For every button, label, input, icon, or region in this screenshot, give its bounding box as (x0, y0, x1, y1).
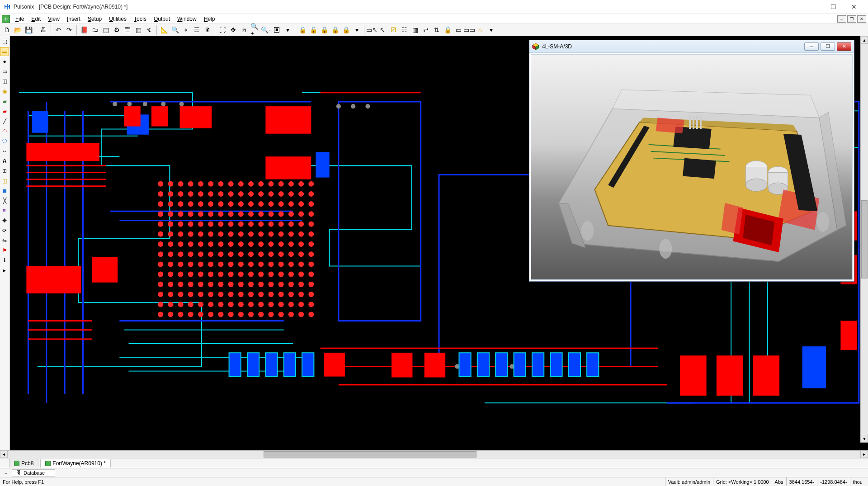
menu-edit[interactable]: Edit (28, 15, 44, 23)
lock-grey-icon[interactable]: 🔒 (341, 25, 351, 35)
lock-blue-icon[interactable]: 🔒 (319, 25, 329, 35)
track-tool-icon[interactable]: ▬ (0, 47, 9, 56)
close-button[interactable]: ✕ (844, 0, 864, 14)
save-icon[interactable]: 💾 (24, 25, 33, 35)
align-icon[interactable]: ▭ (453, 25, 463, 35)
goto-icon[interactable]: ⌖ (181, 25, 191, 35)
minimize-button[interactable]: ─ (802, 0, 823, 14)
attr-tool-icon[interactable]: ≣ (0, 186, 9, 195)
3d-view-window[interactable]: 4L-SM-A/3D ─ ☐ ✕ (529, 40, 854, 282)
scroll-left-icon[interactable]: ◄ (0, 451, 8, 458)
rotate-tool-icon[interactable]: ⟳ (0, 226, 9, 235)
zoom-in-icon[interactable]: 🔍+ (250, 25, 260, 35)
3d-viewport[interactable] (531, 54, 853, 280)
bus-tool-icon[interactable]: ≋ (0, 206, 9, 215)
lock-orange-icon[interactable]: 🔒 (330, 25, 340, 35)
undo-icon[interactable]: ↶ (53, 25, 63, 35)
vscroll-thumb[interactable] (861, 200, 868, 278)
library-icon[interactable]: 📕 (79, 25, 89, 35)
pan-icon[interactable]: ✥ (228, 25, 238, 35)
menu-setup[interactable]: Setup (84, 15, 105, 23)
arc-tool-icon[interactable]: ◠ (0, 127, 9, 136)
select-icon[interactable]: ▭↖ (367, 25, 377, 35)
home-icon[interactable]: ⌂ (475, 25, 485, 35)
menu-help[interactable]: Help (200, 15, 219, 23)
design-settings-icon[interactable]: 🗔 (123, 25, 132, 35)
copper-tool-icon[interactable]: ▰ (0, 97, 9, 106)
menu-output[interactable]: Output (150, 15, 174, 23)
scroll-up-icon[interactable]: ▲ (861, 36, 868, 44)
zoom-extents-icon[interactable]: 🞕 (272, 25, 282, 35)
cross-probe-icon[interactable]: ↯ (144, 25, 154, 35)
shape-tool-icon[interactable]: ▭ (0, 67, 9, 76)
find-icon[interactable]: 🔍 (170, 25, 180, 35)
dim-tool-icon[interactable]: ↔ (0, 146, 9, 156)
print-icon[interactable]: 🖶 (38, 25, 48, 35)
mark-tool-icon[interactable]: ⚑ (0, 246, 9, 255)
swap-icon[interactable]: ⇅ (432, 25, 442, 35)
scroll-right-icon[interactable]: ► (860, 451, 868, 458)
autoplace-icon[interactable]: ▥ (410, 25, 420, 35)
mirror-tool-icon[interactable]: ⇋ (0, 236, 9, 245)
via-tool-icon[interactable]: ● (0, 57, 9, 66)
distribute-icon[interactable]: ▭▭ (464, 25, 474, 35)
line-tool-icon[interactable]: ╱ (0, 117, 9, 126)
group-tool-icon[interactable]: ◫ (0, 176, 9, 185)
frame-view-icon[interactable]: ⛶ (217, 25, 227, 35)
measure-icon[interactable]: 📐 (159, 25, 169, 35)
3d-maximize-button[interactable]: ☐ (821, 42, 835, 51)
tab-fortwayne[interactable]: FortWayne(AR0910) * (40, 459, 111, 467)
hscroll-thumb[interactable] (264, 451, 477, 458)
3d-close-button[interactable]: ✕ (837, 42, 851, 51)
text-tool-icon[interactable]: ◫ (0, 77, 9, 86)
lock-green-icon[interactable]: 🔒 (308, 25, 318, 35)
properties-icon[interactable]: ☰ (192, 25, 202, 35)
mdi-close-button[interactable]: ✕ (857, 15, 866, 23)
menu-file[interactable]: File (12, 15, 28, 23)
technology-icon[interactable]: ⚙ (112, 25, 122, 35)
sel-tool-icon[interactable]: ▢ (0, 37, 9, 46)
tab-pcb8[interactable]: Pcb8 (9, 459, 38, 467)
info-tool-icon[interactable]: ℹ (0, 256, 9, 265)
pointer-icon[interactable]: ↖ (377, 25, 387, 35)
db-chevron-icon[interactable]: ⌄ (4, 470, 9, 476)
lock-comp-icon[interactable]: 🔒 (443, 25, 453, 35)
new-icon[interactable]: 🗋 (2, 25, 12, 35)
nets-icon[interactable]: ☷ (399, 25, 409, 35)
pad-tool-icon[interactable]: ◉ (0, 87, 9, 96)
lock-yellow-icon[interactable]: 🔒 (297, 25, 307, 35)
autoroute-icon[interactable]: ⇄ (421, 25, 431, 35)
drc-icon[interactable]: ▦ (133, 25, 143, 35)
horizontal-scrollbar[interactable]: ◄ ► (0, 450, 868, 458)
toolbar-dropdown3-icon[interactable]: ▾ (486, 25, 496, 35)
textA-tool-icon[interactable]: A (0, 156, 9, 165)
menu-view[interactable]: View (44, 15, 63, 23)
3d-window-titlebar[interactable]: 4L-SM-A/3D ─ ☐ ✕ (529, 40, 854, 53)
area-tool-icon[interactable]: ▰ (0, 107, 9, 116)
poly-tool-icon[interactable]: ⬠ (0, 137, 9, 146)
menu-utilities[interactable]: Utilities (105, 15, 130, 23)
symbol-tool-icon[interactable]: ⊞ (0, 166, 9, 175)
zoom-area-icon[interactable]: ⧈ (239, 25, 249, 35)
component-icon[interactable]: ⚂ (388, 25, 398, 35)
menu-insert[interactable]: Insert (63, 15, 84, 23)
menu-window[interactable]: Window (174, 15, 200, 23)
toolbar-dropdown2-icon[interactable]: ▾ (352, 25, 362, 35)
expand-tool-icon[interactable]: ▸ (0, 266, 9, 275)
mdi-control-icon[interactable] (2, 15, 10, 23)
layers-icon[interactable]: ▤ (101, 25, 111, 35)
design-area[interactable]: 4L-SM-A/3D ─ ☐ ✕ (10, 36, 868, 450)
vertical-scrollbar[interactable]: ▲ ▼ (860, 36, 868, 443)
menu-tools[interactable]: Tools (130, 15, 150, 23)
mdi-minimize-button[interactable]: ─ (837, 15, 846, 23)
colours-icon[interactable]: 🗂 (90, 25, 100, 35)
report-icon[interactable]: 🗎 (203, 25, 212, 35)
move-tool-icon[interactable]: ✥ (0, 216, 9, 225)
database-button[interactable]: 🗄 Database (12, 469, 55, 477)
redo-icon[interactable]: ↷ (64, 25, 74, 35)
net-tool-icon[interactable]: ╳ (0, 196, 9, 205)
3d-minimize-button[interactable]: ─ (804, 42, 819, 51)
maximize-button[interactable]: ☐ (823, 0, 844, 14)
zoom-out-icon[interactable]: 🔍- (261, 25, 271, 35)
scroll-down-icon[interactable]: ▼ (861, 435, 868, 443)
